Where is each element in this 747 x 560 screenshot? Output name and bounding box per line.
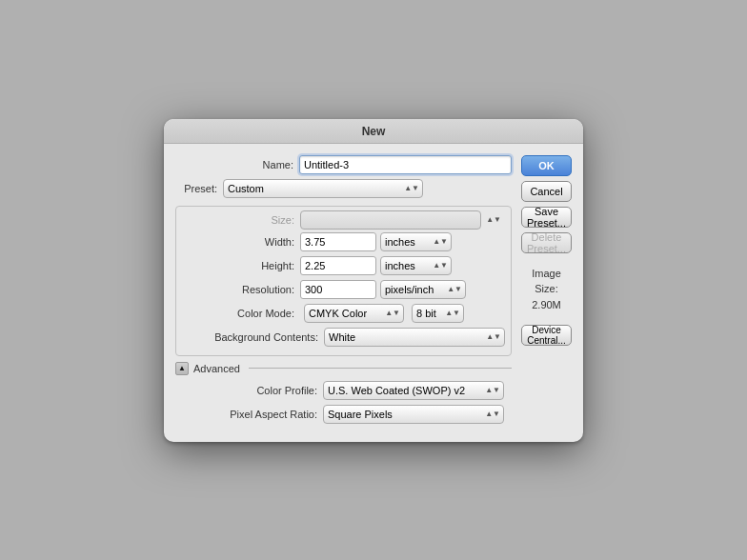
resolution-input[interactable] <box>300 280 376 299</box>
color-mode-select[interactable]: CMYK Color <box>304 304 404 323</box>
width-unit-select[interactable]: inches <box>380 232 452 251</box>
pixel-aspect-select[interactable]: Square Pixels <box>323 405 504 424</box>
name-input[interactable] <box>299 155 512 174</box>
height-unit-select[interactable]: inches <box>380 256 452 275</box>
bg-contents-row: Background Contents: White ▲▼ <box>176 328 505 347</box>
color-mode-row: Color Mode: CMYK Color ▲▼ 8 bit ▲▼ <box>176 304 505 323</box>
size-select[interactable] <box>300 210 481 230</box>
height-label: Height: <box>176 260 300 271</box>
advanced-toggle: ▲ Advanced <box>175 362 512 375</box>
name-row: Name: <box>175 155 512 174</box>
advanced-section: ▲ Advanced Color Profile: U.S. Web Coate… <box>175 362 512 424</box>
bg-contents-select[interactable]: White <box>324 328 505 347</box>
pixel-aspect-label: Pixel Aspect Ratio: <box>175 409 323 420</box>
cancel-button[interactable]: Cancel <box>521 181 572 202</box>
color-bit-select[interactable]: 8 bit <box>412 304 464 323</box>
size-section: Size: ▲▼ Width: inches <box>175 206 512 356</box>
resolution-unit-select[interactable]: pixels/inch <box>380 280 466 299</box>
pixel-aspect-row: Pixel Aspect Ratio: Square Pixels ▲▼ <box>175 405 512 424</box>
advanced-label: Advanced <box>193 363 240 374</box>
image-size-value: 2.90M <box>521 297 572 313</box>
pixel-aspect-wrapper: Square Pixels ▲▼ <box>323 405 504 424</box>
size-select-wrapper: ▲▼ <box>300 210 505 230</box>
color-bit-wrapper: 8 bit ▲▼ <box>412 304 464 323</box>
resolution-unit-wrapper: pixels/inch ▲▼ <box>380 280 466 299</box>
size-select-arrow: ▲▼ <box>486 216 501 224</box>
save-preset-button[interactable]: Save Preset... <box>521 207 572 228</box>
preset-row: Preset: Custom ▲▼ <box>175 179 512 198</box>
color-profile-row: Color Profile: U.S. Web Coated (SWOP) v2… <box>175 381 512 400</box>
color-mode-label: Color Mode: <box>176 308 300 319</box>
resolution-row: Resolution: pixels/inch ▲▼ <box>176 280 505 299</box>
ok-button[interactable]: OK <box>521 155 572 176</box>
right-panel: OK Cancel Save Preset... Delete Preset..… <box>521 155 572 429</box>
width-row: Width: inches ▲▼ <box>176 232 505 251</box>
dialog-title: New <box>164 119 583 144</box>
image-size-box: Image Size: 2.90M <box>521 266 572 313</box>
bg-contents-wrapper: White ▲▼ <box>324 328 505 347</box>
color-profile-label: Color Profile: <box>175 385 323 396</box>
advanced-divider <box>249 368 512 369</box>
height-input[interactable] <box>300 256 376 275</box>
left-panel: Name: Preset: Custom ▲▼ Size: <box>175 155 512 429</box>
color-profile-wrapper: U.S. Web Coated (SWOP) v2 ▲▼ <box>323 381 504 400</box>
image-size-label: Image Size: <box>521 266 572 297</box>
bg-contents-label: Background Contents: <box>176 331 324 343</box>
height-row: Height: inches ▲▼ <box>176 256 505 275</box>
preset-select[interactable]: Custom <box>223 179 423 198</box>
preset-label: Preset: <box>175 183 223 194</box>
device-central-button[interactable]: Device Central... <box>521 325 572 346</box>
size-row: Size: ▲▼ <box>176 210 505 230</box>
width-unit-wrapper: inches ▲▼ <box>380 232 452 251</box>
color-profile-select[interactable]: U.S. Web Coated (SWOP) v2 <box>323 381 504 400</box>
size-label: Size: <box>176 214 300 226</box>
height-unit-wrapper: inches ▲▼ <box>380 256 452 275</box>
advanced-toggle-button[interactable]: ▲ <box>175 362 189 375</box>
width-input[interactable] <box>300 232 376 251</box>
color-mode-wrapper: CMYK Color ▲▼ <box>304 304 404 323</box>
width-label: Width: <box>176 236 300 248</box>
preset-select-wrapper: Custom ▲▼ <box>223 179 423 198</box>
new-document-dialog: New Name: Preset: Custom ▲▼ <box>164 119 583 442</box>
resolution-label: Resolution: <box>176 284 300 295</box>
name-label: Name: <box>175 159 299 170</box>
delete-preset-button[interactable]: Delete Preset... <box>521 232 572 253</box>
